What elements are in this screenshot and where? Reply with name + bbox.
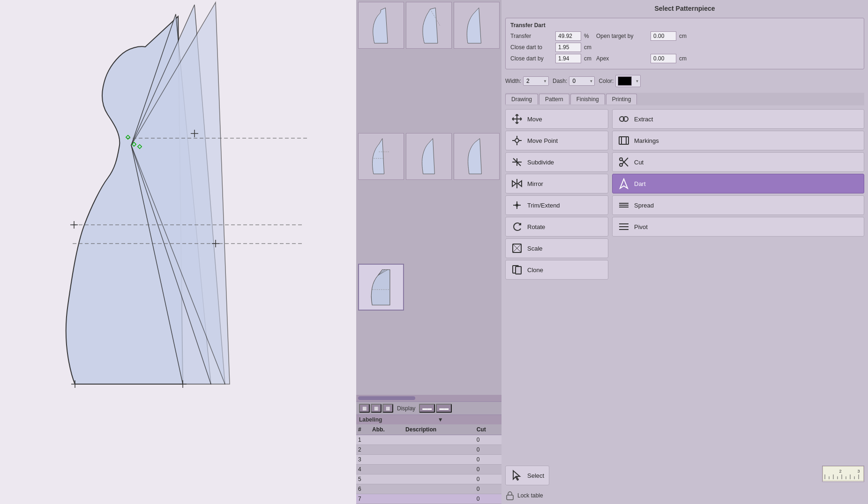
tool-mirror[interactable]: Mirror bbox=[505, 174, 608, 193]
tool-rotate[interactable]: Rotate bbox=[505, 217, 608, 237]
tool-extract[interactable]: Extract bbox=[612, 109, 864, 129]
trim-extend-icon bbox=[510, 199, 524, 212]
select-icon bbox=[510, 469, 524, 482]
width-group: Width: 2 1 3 bbox=[505, 76, 549, 86]
pattern-canvas bbox=[0, 0, 356, 504]
mirror-icon bbox=[510, 177, 524, 190]
table-row[interactable]: 7 0 bbox=[356, 494, 501, 504]
tab-bar: Drawing Pattern Finishing Printing bbox=[505, 93, 864, 105]
color-select-wrapper[interactable] bbox=[615, 75, 641, 87]
apex-input[interactable] bbox=[651, 54, 676, 63]
table-row[interactable]: 2 0 bbox=[356, 445, 501, 455]
tool-subdivide[interactable]: Subdivide bbox=[505, 152, 608, 172]
col-abb: Abb. bbox=[370, 424, 404, 435]
cell-abb bbox=[370, 484, 404, 494]
thumbnail-6[interactable] bbox=[454, 133, 500, 180]
thumbnail-5[interactable] bbox=[406, 133, 452, 180]
tab-drawing[interactable]: Drawing bbox=[505, 94, 538, 104]
tool-move[interactable]: Move bbox=[505, 109, 608, 129]
thumbnail-4[interactable] bbox=[358, 133, 404, 180]
dash-select-wrapper[interactable]: 0 1 2 bbox=[569, 76, 595, 86]
horizontal-scrollbar[interactable] bbox=[356, 395, 501, 401]
view-btn-3c[interactable]: ▦ bbox=[382, 404, 393, 413]
close-dart-to-unit: cm bbox=[584, 44, 593, 51]
tool-pivot[interactable]: Pivot bbox=[612, 217, 864, 237]
lock-table[interactable]: Lock table bbox=[505, 491, 864, 500]
cell-cut: 0 bbox=[475, 455, 501, 465]
close-dart-by-label: Close dart by bbox=[510, 55, 553, 62]
labeling-sort-icon: ▼ bbox=[438, 416, 443, 423]
tool-clone-label: Clone bbox=[527, 267, 543, 274]
display-label: Display bbox=[397, 405, 415, 412]
transfer-value-input[interactable] bbox=[555, 31, 581, 41]
clone-icon bbox=[510, 263, 524, 276]
tool-spread[interactable]: Spread bbox=[612, 195, 864, 215]
cell-num: 4 bbox=[356, 465, 370, 474]
cell-num: 3 bbox=[356, 455, 370, 465]
right-panel: Select Patternpiece Transfer Dart Transf… bbox=[501, 0, 868, 504]
table-row[interactable]: 3 0 bbox=[356, 455, 501, 465]
tool-move-point[interactable]: Move Point bbox=[505, 131, 608, 150]
cell-desc bbox=[404, 455, 475, 465]
close-dart-by-input[interactable] bbox=[555, 54, 581, 63]
tool-clone[interactable]: Clone bbox=[505, 260, 608, 280]
view-btn-3[interactable]: ▦ bbox=[359, 404, 370, 413]
cell-desc bbox=[404, 494, 475, 504]
dash-group: Dash: 0 1 2 bbox=[553, 76, 595, 86]
cell-desc bbox=[404, 474, 475, 484]
tab-printing[interactable]: Printing bbox=[606, 94, 637, 104]
tab-pattern[interactable]: Pattern bbox=[539, 94, 569, 104]
bottom-row: Select 2 3 bbox=[505, 460, 864, 487]
view-buttons-2up: ▬▬ ▬▬ bbox=[419, 404, 452, 413]
cell-cut: 0 bbox=[475, 484, 501, 494]
close-dart-to-input[interactable] bbox=[555, 43, 581, 52]
lock-table-label: Lock table bbox=[517, 492, 543, 499]
transfer-label: Transfer bbox=[510, 33, 553, 39]
select-button[interactable]: Select bbox=[505, 466, 549, 485]
tool-markings[interactable]: Markings bbox=[612, 131, 864, 150]
thumbnail-7-active[interactable] bbox=[358, 264, 404, 311]
tool-trim-extend-label: Trim/Extend bbox=[527, 202, 560, 209]
tool-trim-extend[interactable]: Trim/Extend bbox=[505, 195, 608, 215]
col-num: # bbox=[356, 424, 370, 435]
svg-rect-34 bbox=[619, 137, 629, 144]
width-label: Width: bbox=[505, 78, 521, 84]
tool-spread-label: Spread bbox=[634, 202, 654, 209]
scroll-thumb[interactable] bbox=[358, 396, 415, 400]
cell-desc bbox=[404, 484, 475, 494]
dash-label: Dash: bbox=[553, 78, 567, 84]
view-btn-2b[interactable]: ▬▬ bbox=[436, 404, 452, 413]
open-target-label: Open target by bbox=[596, 33, 648, 39]
cell-desc bbox=[404, 445, 475, 455]
width-select[interactable]: 2 1 3 bbox=[523, 76, 549, 86]
table-row[interactable]: 5 0 bbox=[356, 474, 501, 484]
thumbnail-1[interactable] bbox=[358, 2, 404, 49]
left-tools: Move Move Point bbox=[505, 109, 608, 456]
view-btn-3b[interactable]: ▦ bbox=[371, 404, 382, 413]
color-swatch[interactable] bbox=[618, 76, 632, 86]
open-target-input[interactable] bbox=[651, 31, 676, 41]
cell-abb bbox=[370, 494, 404, 504]
cell-cut: 0 bbox=[475, 445, 501, 455]
lock-icon bbox=[505, 491, 515, 500]
thumbnail-3[interactable] bbox=[454, 2, 500, 49]
width-select-wrapper[interactable]: 2 1 3 bbox=[523, 76, 549, 86]
tool-dart-label: Dart bbox=[634, 180, 646, 187]
style-bar: Width: 2 1 3 Dash: 0 1 2 Color: bbox=[505, 73, 864, 89]
view-btn-2a[interactable]: ▬▬ bbox=[419, 404, 435, 413]
tool-scale[interactable]: Scale bbox=[505, 238, 608, 258]
cell-abb bbox=[370, 455, 404, 465]
view-buttons-3up: ▦ ▦ ▦ bbox=[359, 404, 393, 413]
canvas-area[interactable] bbox=[0, 0, 356, 504]
rotate-icon bbox=[510, 220, 524, 233]
table-row[interactable]: 6 0 bbox=[356, 484, 501, 494]
move-point-icon bbox=[510, 134, 524, 147]
tab-finishing[interactable]: Finishing bbox=[570, 94, 605, 104]
tool-dart[interactable]: Dart bbox=[612, 174, 864, 193]
transfer-unit: % bbox=[584, 33, 593, 39]
thumbnail-2[interactable] bbox=[406, 2, 452, 49]
dash-select[interactable]: 0 1 2 bbox=[569, 76, 595, 86]
tool-cut[interactable]: Cut bbox=[612, 152, 864, 172]
table-row[interactable]: 1 0 bbox=[356, 435, 501, 445]
table-row[interactable]: 4 0 bbox=[356, 465, 501, 474]
